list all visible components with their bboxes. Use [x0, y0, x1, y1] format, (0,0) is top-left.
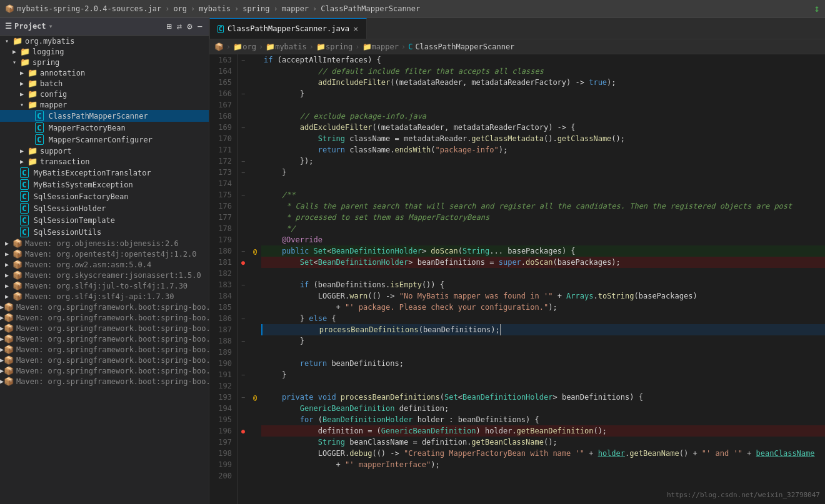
sidebar-grid-icon[interactable]: ⊞: [165, 20, 172, 32]
linenum-176: 176: [214, 200, 232, 212]
collapse-icon-183[interactable]: −: [241, 282, 245, 289]
sidebar-hamburger-icon: ☰: [5, 22, 12, 31]
tree-label-maven8: Maven: org.springframework.boot:spring-b…: [16, 314, 209, 322]
collapse-icon-193[interactable]: −: [241, 394, 245, 401]
linenum-170: 170: [214, 133, 232, 144]
linenum-199: 199: [214, 459, 232, 470]
gutter-196: ●: [238, 425, 249, 437]
collapse-icon-188[interactable]: −: [241, 338, 245, 345]
tree-item-maven8[interactable]: ▶ 📦 Maven: org.springframework.boot:spri…: [0, 312, 209, 323]
linenum-191: 191: [214, 369, 232, 380]
tree-item-spring[interactable]: ▾ 📁 spring: [0, 57, 209, 67]
tree-item-transaction[interactable]: ▶ 📁 transaction: [0, 156, 209, 167]
code-content[interactable]: 163 164 165 166 167 168 169 170 171 172 …: [209, 54, 825, 504]
tree-item-maven11[interactable]: ▶ 📦 Maven: org.springframework.boot:spri…: [0, 344, 209, 355]
tree-item-mapper[interactable]: ▾ 📁 mapper: [0, 99, 209, 110]
collapse-icon-169[interactable]: −: [241, 124, 245, 131]
tree-item-maven1[interactable]: ▶ 📦 Maven: org.objenesis:objenesis:2.6: [0, 238, 209, 249]
tree-item-maven13[interactable]: ▶ 📦 Maven: org.springframework.boot:spri…: [0, 365, 209, 376]
code-line-196: definition = (GenericBeanDefinition) hol…: [261, 425, 825, 437]
expand-arrow-mapper: ▾: [20, 101, 28, 108]
tree-item-maven14[interactable]: ▶ 📦 Maven: org.springframework.boot:spri…: [0, 376, 209, 387]
tree-label-sqlsessionholder: SqlSessionHolder: [34, 204, 106, 213]
tree-item-maven4[interactable]: ▶ 📦 Maven: org.skyscreamer:jsonassert:1.…: [0, 270, 209, 280]
sidebar-dropdown-icon[interactable]: ▾: [49, 22, 53, 31]
tree-item-mybatisexceptiontranslator[interactable]: C MyBatisExceptionTranslator: [0, 167, 209, 179]
tree-item-mapperscannerconfigurer[interactable]: C MapperScannerConfigurer: [0, 134, 209, 146]
collapse-icon-186[interactable]: −: [241, 315, 245, 322]
tree-item-maven2[interactable]: ▶ 📦 Maven: org.opentest4j:opentest4j:1.2…: [0, 249, 209, 259]
maven-icon-13: 📦: [4, 366, 14, 375]
tree-item-maven10[interactable]: ▶ 📦 Maven: org.springframework.boot:spri…: [0, 334, 209, 344]
ann-174: [249, 178, 261, 189]
tab-close-icon[interactable]: ×: [353, 24, 358, 34]
linenum-194: 194: [214, 403, 232, 414]
sidebar-split-icon[interactable]: ⇄: [176, 20, 183, 32]
gutter-180: −: [238, 245, 249, 257]
collapse-icon-173[interactable]: −: [241, 169, 245, 176]
collapse-icon-163[interactable]: −: [241, 57, 245, 64]
sidebar-settings-icon[interactable]: ⚙: [186, 20, 193, 32]
collapse-icon-172[interactable]: −: [241, 158, 245, 165]
tree-label-annotation: annotation: [40, 69, 85, 77]
tree-item-maven5[interactable]: ▶ 📦 Maven: org.slf4j:jul-to-slf4j:1.7.30: [0, 280, 209, 291]
tree-item-logging[interactable]: ▶ 📁 logging: [0, 46, 209, 57]
tree-item-mybatissystemexception[interactable]: C MyBatisSystemException: [0, 179, 209, 190]
collapse-icon-166[interactable]: −: [241, 91, 245, 97]
gutter-181: ●: [238, 257, 249, 268]
maven-icon-2: 📦: [12, 249, 22, 259]
java-icon-mybatisexceptiontranslator: C: [20, 167, 29, 178]
tree-item-support[interactable]: ▶ 📁 support: [0, 146, 209, 156]
gutter-168: [238, 111, 249, 122]
code-line-166: }: [261, 88, 825, 99]
tree-item-maven7[interactable]: ▶ 📦 Maven: org.springframework.boot:spri…: [0, 302, 209, 312]
linenum-181: 181: [214, 257, 232, 268]
sidebar-icons: ⊞ ⇄ ⚙ −: [165, 20, 204, 32]
tree-item-sqlsessiontemplate[interactable]: C SqlSessionTemplate: [0, 214, 209, 226]
collapse-icon-191[interactable]: −: [241, 372, 245, 378]
tree-label-sqlsessiontemplate: SqlSessionTemplate: [34, 216, 115, 225]
tree-item-maven9[interactable]: ▶ 📦 Maven: org.springframework.boot:spri…: [0, 323, 209, 334]
collapse-icon-175[interactable]: −: [241, 192, 245, 199]
folder-icon-logging: 📁: [20, 47, 30, 56]
maven-icon-12: 📦: [4, 355, 14, 365]
tree-item-sqlsessionutils[interactable]: C SqlSessionUtils: [0, 226, 209, 238]
at-marker-180: @: [253, 248, 257, 255]
gutter-174: [238, 178, 249, 189]
annotation-gutter: @ @: [249, 54, 261, 504]
breadcrumb-org: org: [173, 4, 187, 13]
tree-item-org-mybatis[interactable]: ▾ 📁 org.mybatis: [0, 36, 209, 46]
sidebar-close-icon[interactable]: −: [196, 20, 204, 32]
collapse-icon-180[interactable]: −: [241, 248, 245, 255]
sidebar: ☰ Project ▾ ⊞ ⇄ ⚙ − ▾ 📁 org.mybatis: [0, 17, 209, 504]
code-line-164: // default include filter that accepts a…: [261, 66, 825, 77]
tree-item-maven12[interactable]: ▶ 📦 Maven: org.springframework.boot:spri…: [0, 355, 209, 365]
linenum-197: 197: [214, 437, 232, 448]
tree-item-batch[interactable]: ▶ 📁 batch: [0, 78, 209, 89]
code-line-191: }: [261, 369, 825, 380]
tree-item-sqlsessionfactorybean[interactable]: C SqlSessionFactoryBean: [0, 190, 209, 202]
ann-167: [249, 99, 261, 111]
tab-bar: C ClassPathMapperScanner.java ×: [209, 17, 825, 39]
tree-item-sqlsessionholder[interactable]: C SqlSessionHolder: [0, 202, 209, 214]
ann-170: [249, 133, 261, 144]
tree-item-maven6[interactable]: ▶ 📦 Maven: org.slf4j:slf4j-api:1.7.30: [0, 291, 209, 302]
gutter-198: [238, 448, 249, 459]
tree-label-batch: batch: [40, 79, 62, 88]
tab-classpathscanner[interactable]: C ClassPathMapperScanner.java ×: [209, 18, 367, 39]
tree-item-annotation[interactable]: ▶ 📁 annotation: [0, 67, 209, 78]
code-line-177: * processed to set them as MapperFactory…: [261, 212, 825, 223]
tree-label-mapperfactorybean: MapperFactoryBean: [49, 124, 126, 132]
ann-194: [249, 403, 261, 414]
code-line-193: private void processBeanDefinitions(Set<…: [261, 392, 825, 403]
expand-arrow-transaction: ▶: [20, 158, 28, 165]
tree-item-mapperfactorybean[interactable]: C MapperFactoryBean: [0, 122, 209, 134]
ann-198: [249, 448, 261, 459]
tree-item-config[interactable]: ▶ 📁 config: [0, 89, 209, 99]
java-icon-sqlsessionholder: C: [20, 203, 29, 214]
folder-icon-config: 📁: [28, 89, 38, 99]
code-line-197: String beanClassName = definition.getBea…: [261, 437, 825, 448]
gutter-186: −: [238, 313, 249, 324]
tree-item-classpathscanner[interactable]: C ClassPathMapperScanner: [0, 110, 209, 122]
tree-item-maven3[interactable]: ▶ 📦 Maven: org.ow2.asm:asm:5.0.4: [0, 259, 209, 270]
